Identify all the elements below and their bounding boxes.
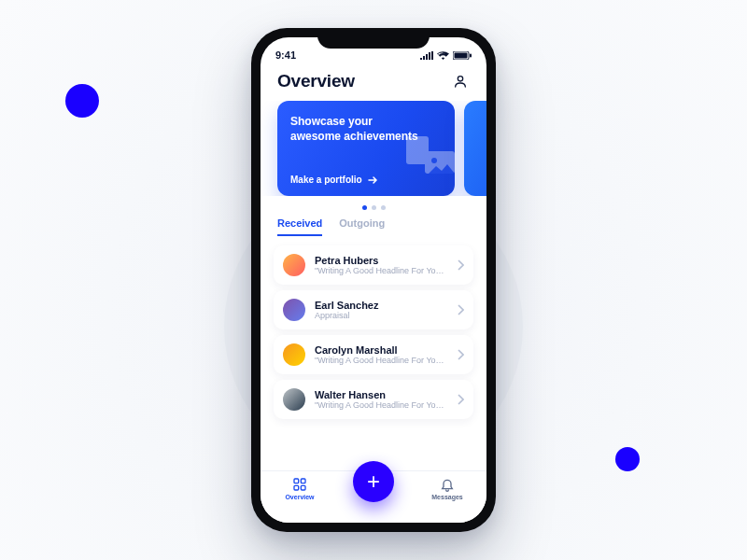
promo-cta[interactable]: Make a portfolio (290, 175, 377, 185)
list-item[interactable]: Carolyn Marshall "Writing A Good Headlin… (274, 335, 473, 374)
profile-button[interactable] (451, 72, 470, 91)
list-item-sub: "Writing A Good Headline For Your..." (315, 400, 447, 410)
wifi-icon (437, 51, 449, 60)
chevron-right-icon (457, 259, 464, 271)
svg-rect-1 (455, 52, 468, 58)
arrow-right-icon (368, 176, 377, 184)
tab-received[interactable]: Received (277, 217, 322, 236)
phone-notch (317, 28, 430, 49)
promo-card-next[interactable] (464, 101, 486, 196)
decor-dot-top-left (65, 84, 99, 118)
pager-dot (372, 205, 376, 210)
user-icon (453, 74, 468, 89)
list-item-body: Earl Sanchez Appraisal (315, 300, 447, 320)
nav-label: Overview (285, 494, 314, 500)
cellular-icon (420, 51, 433, 60)
plus-icon: + (367, 470, 380, 493)
list-item-sub: "Writing A Good Headline For Your..." (315, 266, 447, 275)
carousel-pager (261, 205, 486, 210)
avatar (283, 254, 305, 276)
battery-icon (453, 51, 472, 60)
chevron-right-icon (457, 394, 464, 405)
header: Overview (261, 65, 486, 101)
list-item-name: Walter Hansen (315, 389, 447, 400)
fab-add[interactable]: + (353, 461, 394, 502)
bottom-nav: Overview Messages + (261, 470, 486, 523)
nav-label: Messages (431, 494, 462, 500)
chevron-right-icon (457, 304, 464, 315)
svg-point-3 (458, 77, 462, 81)
tabs: Received Outgoing (261, 217, 486, 240)
avatar (283, 343, 305, 366)
promo-card[interactable]: Showcase your awesome achievements Make … (277, 101, 455, 196)
status-indicators (420, 51, 472, 60)
grid-icon (292, 477, 307, 492)
bell-icon (440, 477, 455, 492)
list-item[interactable]: Walter Hansen "Writing A Good Headline F… (274, 380, 473, 419)
phone-screen: 9:41 Overview Showcase your awesome achi… (261, 37, 486, 523)
chevron-right-icon (457, 349, 464, 360)
list-item-name: Petra Hubers (315, 255, 447, 266)
pager-dot (381, 205, 386, 210)
tab-outgoing[interactable]: Outgoing (339, 217, 385, 236)
list-item[interactable]: Petra Hubers "Writing A Good Headline Fo… (274, 245, 473, 285)
avatar (283, 388, 305, 411)
page-title: Overview (277, 71, 355, 91)
svg-rect-9 (294, 485, 299, 490)
svg-point-6 (431, 158, 437, 163)
list-item-sub: Appraisal (315, 311, 447, 320)
received-list: Petra Hubers "Writing A Good Headline Fo… (261, 240, 486, 419)
list-item-sub: "Writing A Good Headline For Your..." (315, 356, 447, 365)
decor-dot-bottom-right (615, 447, 640, 471)
list-item-body: Petra Hubers "Writing A Good Headline Fo… (315, 255, 447, 275)
list-item-body: Walter Hansen "Writing A Good Headline F… (315, 389, 447, 410)
promo-title: Showcase your awesome achievements (290, 114, 421, 144)
pager-dot-active (362, 205, 367, 210)
svg-rect-2 (470, 53, 472, 57)
list-item-body: Carolyn Marshall "Writing A Good Headlin… (315, 344, 447, 365)
list-item-name: Earl Sanchez (315, 300, 447, 311)
list-item-name: Carolyn Marshall (315, 344, 447, 356)
promo-illustration (406, 136, 455, 181)
status-time: 9:41 (275, 49, 296, 61)
svg-rect-7 (294, 479, 299, 483)
promo-carousel[interactable]: Showcase your awesome achievements Make … (261, 101, 486, 196)
avatar (283, 299, 305, 321)
nav-messages[interactable]: Messages (415, 477, 480, 500)
svg-rect-8 (301, 479, 305, 483)
list-item[interactable]: Earl Sanchez Appraisal (274, 290, 473, 329)
phone-frame: 9:41 Overview Showcase your awesome achi… (251, 28, 496, 532)
promo-cta-label: Make a portfolio (290, 175, 362, 185)
nav-overview[interactable]: Overview (267, 477, 332, 500)
svg-rect-10 (301, 485, 305, 490)
